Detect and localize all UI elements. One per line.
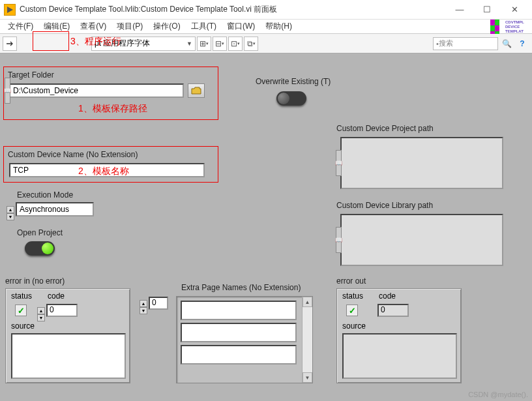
resize-button[interactable]: ⊡▾ (228, 37, 243, 51)
library-path-label: Custom Device Library path (336, 201, 433, 210)
project-path-label: Custom Device Project path (336, 124, 434, 133)
project-path-indicator: 📖 (340, 137, 503, 189)
error-in-code-label: code (48, 291, 65, 301)
front-panel: Target Folder 📖 D:\Custom_Device 1、模板保存路… (0, 53, 532, 401)
overwrite-existing-switch[interactable] (276, 91, 306, 106)
library-path-indicator: 📖 (340, 214, 503, 266)
run-button[interactable] (3, 37, 17, 51)
error-out-source-indicator (342, 333, 457, 379)
error-out-cluster: status code ✓ 0 source (336, 288, 462, 383)
toolbar: 3、程序运行 pt 应用程序字体▼ ⊞▾ ⊟▾ ⊡▾ ⧉▾ • 搜索 🔍 ? (0, 34, 532, 53)
error-in-code-spin[interactable]: ▲▼ (37, 303, 45, 321)
annotation-1-text: 1、模板保存路径 (78, 103, 147, 115)
error-out-code-value: 0 (377, 304, 409, 317)
extra-pages-index-spin[interactable]: ▲▼ (140, 296, 147, 314)
annotation-2-text: 2、模板名称 (78, 166, 129, 177)
path-folder-glyph-2: 📖 (336, 150, 342, 176)
extra-pages-index-value[interactable]: 0 (149, 297, 168, 310)
search-icon[interactable]: 🔍 (499, 37, 514, 51)
annotation-3-box (33, 31, 69, 51)
window-maximize-button[interactable]: ☐ (473, 1, 501, 19)
execution-mode-label: Execution Mode (17, 190, 73, 200)
path-folder-glyph-3: 📖 (336, 227, 342, 253)
menu-operate[interactable]: 操作(O) (148, 20, 185, 33)
error-in-code-value[interactable]: 0 (46, 304, 78, 317)
distribute-button[interactable]: ⊟▾ (213, 37, 227, 51)
error-out-status-led: ✓ (346, 304, 358, 316)
menu-bar: 文件(F) 编辑(E) 查看(V) 项目(P) 操作(O) 工具(T) 窗口(W… (0, 20, 532, 34)
open-project-label: Open Project (17, 228, 63, 237)
extra-pages-scrollbar[interactable]: ▲ ▼ (302, 297, 312, 383)
error-in-title: error in (no error) (5, 276, 65, 286)
svg-marker-0 (7, 7, 13, 13)
execution-mode-spin[interactable]: ▲▼ (7, 202, 14, 220)
menu-view[interactable]: 查看(V) (75, 20, 111, 33)
error-in-source-label: source (11, 321, 35, 331)
execution-mode-value[interactable]: Asynchronous (16, 202, 94, 216)
reorder-button[interactable]: ⧉▾ (244, 37, 258, 51)
error-out-source-label: source (342, 321, 366, 331)
error-in-source-input[interactable] (11, 333, 126, 379)
search-input[interactable]: • 搜索 (433, 37, 498, 50)
menu-window[interactable]: 窗口(W) (222, 20, 260, 33)
align-button[interactable]: ⊞▾ (197, 37, 211, 51)
menu-tools[interactable]: 工具(T) (186, 20, 222, 33)
labview-app-icon (4, 4, 16, 16)
help-icon[interactable]: ? (515, 37, 529, 51)
extra-pages-label: Extra Page Names (No Extension) (181, 283, 301, 292)
menu-help[interactable]: 帮助(H) (260, 20, 297, 33)
open-project-switch[interactable] (25, 241, 55, 256)
error-out-status-label: status (342, 291, 363, 301)
annotation-3-text: 3、程序运行 (70, 36, 121, 48)
extra-pages-array[interactable]: ▲ ▼ (176, 296, 313, 383)
title-bar: Custom Device Template Tool.lvlib:Custom… (0, 0, 532, 20)
menu-project[interactable]: 项目(P) (111, 20, 148, 33)
error-in-cluster: status code ✓ ▲▼ 0 source (5, 288, 130, 383)
error-in-status-led[interactable]: ✓ (15, 304, 27, 316)
error-in-status-label: status (11, 291, 32, 301)
overwrite-existing-label: Overwrite Existing (T) (256, 77, 331, 86)
error-out-title: error out (336, 276, 366, 286)
window-minimize-button[interactable]: — (446, 1, 473, 19)
error-out-code-label: code (379, 291, 396, 301)
window-close-button[interactable]: ✕ (501, 1, 528, 19)
watermark: CSDN @mydate(). (468, 391, 528, 398)
window-title: Custom Device Template Tool.lvlib:Custom… (20, 4, 277, 15)
